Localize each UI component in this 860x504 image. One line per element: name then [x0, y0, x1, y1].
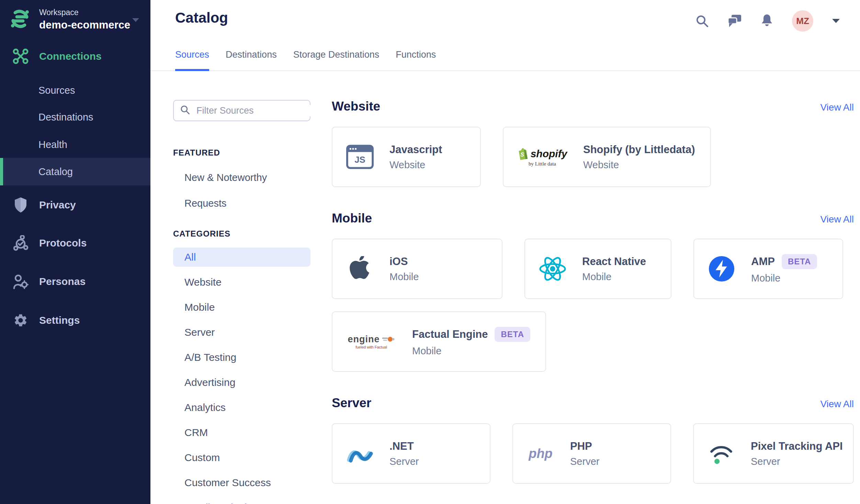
sidebar-item-label: Settings: [39, 314, 80, 326]
card-title: Factual Engine: [412, 328, 488, 341]
sidebar-item-label: Catalog: [38, 166, 73, 177]
card-title: iOS: [389, 255, 408, 268]
filter-sources-field: [173, 100, 310, 121]
sidebar-item-protocols[interactable]: Protocols: [0, 233, 150, 253]
factual-engine-byline: fueled with Factual: [355, 345, 387, 349]
shield-icon: [12, 197, 29, 213]
featured-heading: FEATURED: [173, 148, 310, 158]
sidebar: Workspace demo-ecommerce Connections: [0, 0, 150, 504]
avatar-initials: MZ: [796, 16, 809, 26]
section-mobile: Mobile View All iOS: [332, 211, 854, 372]
shopify-byline: by Little data: [529, 161, 556, 167]
chat-icon[interactable]: [727, 14, 742, 28]
source-card-amp[interactable]: AMP BETA Mobile: [693, 239, 843, 299]
card-title: AMP: [751, 255, 775, 268]
source-card-dotnet[interactable]: .NET Server: [332, 423, 490, 484]
app-window: Workspace demo-ecommerce Connections: [0, 0, 860, 504]
category-item-ab-testing[interactable]: A/B Testing: [173, 348, 310, 367]
sidebar-item-health[interactable]: Health: [0, 137, 150, 152]
apple-icon: [346, 256, 374, 282]
category-item-analytics[interactable]: Analytics: [173, 398, 310, 417]
sidebar-item-personas[interactable]: Personas: [0, 272, 150, 291]
bell-icon[interactable]: [760, 14, 773, 28]
card-category: Server: [389, 456, 419, 467]
category-item-website[interactable]: Website: [173, 273, 310, 292]
categories-heading: CATEGORIES: [173, 229, 310, 239]
view-all-link[interactable]: View All: [820, 102, 854, 113]
factual-engine-icon: engine fueled with Factual: [346, 334, 397, 349]
chevron-down-icon[interactable]: [132, 18, 139, 24]
sidebar-item-label: Sources: [38, 85, 75, 96]
sidebar-item-label: Privacy: [39, 199, 76, 211]
sidebar-item-connections[interactable]: Connections: [0, 47, 150, 66]
view-all-link[interactable]: View All: [820, 399, 854, 410]
avatar[interactable]: MZ: [792, 10, 813, 32]
main-area: Catalog: [150, 0, 860, 504]
featured-item-new-noteworthy[interactable]: New & Noteworthy: [184, 172, 310, 183]
view-all-link[interactable]: View All: [820, 214, 854, 225]
section-website: Website View All JS: [332, 99, 854, 187]
beta-badge: BETA: [782, 254, 817, 269]
source-card-pixel-tracking-api[interactable]: Pixel Tracking API Server: [693, 423, 854, 484]
section-title: Mobile: [332, 211, 372, 226]
content-area: FEATURED New & Noteworthy Requests CATEG…: [150, 72, 860, 504]
dotnet-icon: [346, 444, 374, 463]
section-title: Server: [332, 396, 371, 410]
card-category: Mobile: [412, 345, 530, 357]
tab-destinations[interactable]: Destinations: [226, 49, 277, 71]
card-category: Server: [751, 456, 843, 467]
factual-engine-wordmark: engine: [348, 334, 380, 345]
source-card-php[interactable]: php PHP Server: [512, 423, 671, 484]
tab-functions[interactable]: Functions: [396, 49, 436, 71]
workspace-switcher[interactable]: Workspace demo-ecommerce: [9, 8, 144, 32]
react-icon: [538, 255, 567, 282]
source-card-react-native[interactable]: React Native Mobile: [524, 239, 671, 299]
card-category: Server: [570, 456, 599, 467]
amp-icon: [707, 255, 736, 282]
featured-item-requests[interactable]: Requests: [184, 198, 310, 209]
segment-logo-icon: [9, 8, 31, 31]
category-item-all[interactable]: All: [173, 248, 310, 267]
sidebar-item-destinations[interactable]: Destinations: [0, 109, 150, 125]
category-item-server[interactable]: Server: [173, 323, 310, 342]
tab-sources[interactable]: Sources: [175, 49, 209, 71]
category-item-custom[interactable]: Custom: [173, 448, 310, 467]
card-title: Javascript: [389, 144, 442, 156]
category-item-mobile[interactable]: Mobile: [173, 298, 310, 317]
card-title: Pixel Tracking API: [751, 440, 843, 453]
catalog-tabs: Sources Destinations Storage Destination…: [175, 49, 436, 71]
page-title: Catalog: [175, 10, 228, 26]
card-category: Mobile: [751, 273, 817, 284]
category-list: All Website Mobile Server A/B Testing Ad…: [173, 248, 310, 504]
source-card-ios[interactable]: iOS Mobile: [332, 239, 502, 299]
filter-sources-input[interactable]: [196, 105, 319, 116]
page-header: Catalog: [150, 0, 860, 71]
category-item-customer-success[interactable]: Customer Success: [173, 473, 310, 492]
section-title: Website: [332, 99, 380, 114]
beta-badge: BETA: [495, 327, 530, 342]
sidebar-item-privacy[interactable]: Privacy: [0, 195, 150, 215]
account-chevron-down-icon[interactable]: [832, 19, 840, 24]
category-item-crm[interactable]: CRM: [173, 423, 310, 442]
category-item-advertising[interactable]: Advertising: [173, 373, 310, 392]
sidebar-item-catalog[interactable]: Catalog: [0, 158, 150, 185]
search-icon[interactable]: [695, 14, 709, 28]
tab-storage-destinations[interactable]: Storage Destinations: [293, 49, 380, 71]
card-title: PHP: [570, 440, 592, 453]
workspace-name: demo-ecommerce: [39, 19, 130, 31]
card-category: Website: [583, 159, 695, 171]
active-indicator-bar: [0, 158, 3, 185]
card-category: Website: [389, 159, 442, 171]
source-card-shopify[interactable]: S shopify by Little data Shopify (by Lit…: [503, 127, 711, 187]
card-category: Mobile: [389, 271, 419, 283]
card-category: Mobile: [582, 271, 646, 283]
sidebar-item-settings[interactable]: Settings: [0, 311, 150, 330]
section-server: Server View All .NET: [332, 396, 854, 484]
sidebar-item-label: Personas: [39, 276, 86, 287]
sidebar-item-sources[interactable]: Sources: [0, 82, 150, 98]
filter-sidebar: FEATURED New & Noteworthy Requests CATEG…: [173, 72, 310, 504]
shopify-icon: S shopify by Little data: [517, 147, 568, 167]
source-card-javascript[interactable]: JS Javascript Website: [332, 127, 481, 187]
source-card-factual-engine[interactable]: engine fueled with Factual: [332, 311, 546, 372]
category-item-email-marketing[interactable]: Email Marketing: [173, 498, 310, 504]
